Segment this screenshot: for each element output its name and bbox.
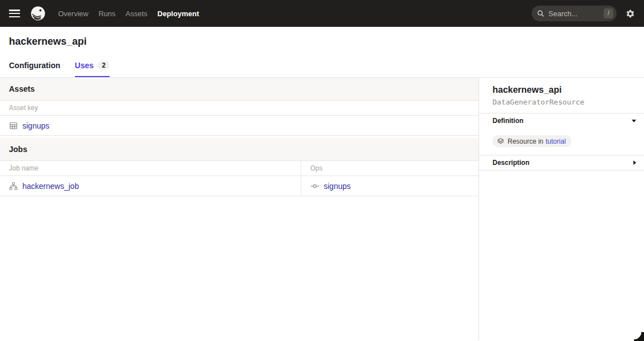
page-header: hackernews_api Configuration Uses 2 <box>0 27 644 78</box>
tag-text: Resource in <box>508 138 543 145</box>
column-header-ops: Ops <box>301 161 479 176</box>
search-icon <box>537 10 544 17</box>
table-icon <box>9 121 18 130</box>
tab-uses-label: Uses <box>75 61 93 70</box>
asset-link-signups[interactable]: signups <box>22 121 49 130</box>
search-shortcut-badge: / <box>604 8 613 18</box>
chevron-right-icon <box>633 160 636 165</box>
job-name-cell: hackernews_job <box>0 176 301 196</box>
resource-detail-panel: hackernews_api DataGeneratorResource Def… <box>479 78 644 340</box>
definition-label: Definition <box>493 117 523 125</box>
panel-divider <box>479 170 644 170</box>
tab-uses[interactable]: Uses 2 <box>75 61 110 77</box>
primary-nav: Overview Runs Assets Deployment <box>58 10 199 18</box>
op-icon <box>310 182 319 191</box>
gear-icon[interactable] <box>626 9 635 18</box>
layers-icon <box>497 138 504 145</box>
nav-item-assets[interactable]: Assets <box>126 10 148 18</box>
jobs-table-header: Job name Ops <box>0 161 479 176</box>
top-navigation-bar: Overview Runs Assets Deployment Search..… <box>0 0 644 27</box>
jobs-section-title: Jobs <box>9 145 27 154</box>
dagster-logo-icon[interactable] <box>30 6 46 21</box>
nav-item-runs[interactable]: Runs <box>98 10 115 18</box>
resource-type: DataGeneratorResource <box>493 98 631 106</box>
tab-configuration[interactable]: Configuration <box>9 61 60 77</box>
table-row: hackernews_job signups <box>0 176 479 196</box>
assets-table-header: Asset key <box>0 101 479 116</box>
definition-section-content: Resource in tutorial <box>479 128 644 155</box>
search-placeholder: Search... <box>548 10 600 18</box>
nav-item-overview[interactable]: Overview <box>58 10 88 18</box>
table-row: signups <box>0 116 479 136</box>
description-section-toggle[interactable]: Description <box>479 155 644 170</box>
definition-section-toggle[interactable]: Definition <box>479 113 644 128</box>
tab-uses-count-badge: 2 <box>98 61 110 70</box>
assets-section-header: Assets <box>0 78 479 101</box>
nav-item-deployment[interactable]: Deployment <box>158 10 199 18</box>
assets-section-title: Assets <box>9 84 35 93</box>
uses-list-pane: Assets Asset key signups <box>0 78 479 340</box>
column-header-job-name: Job name <box>0 161 301 176</box>
resource-title: hackernews_api <box>493 85 631 95</box>
jobs-section-header: Jobs <box>0 138 479 161</box>
asset-key-cell: signups <box>0 116 58 135</box>
chevron-down-icon <box>632 120 636 122</box>
tab-bar: Configuration Uses 2 <box>0 61 644 77</box>
description-label: Description <box>493 159 529 167</box>
job-link-hackernews-job[interactable]: hackernews_job <box>22 182 79 191</box>
tag-tutorial-link[interactable]: tutorial <box>546 138 566 145</box>
search-input[interactable]: Search... / <box>532 6 617 21</box>
hamburger-menu-icon[interactable] <box>9 10 20 17</box>
resource-tag[interactable]: Resource in tutorial <box>493 135 571 147</box>
column-header-asset-key: Asset key <box>0 101 47 115</box>
workflow-icon <box>9 182 18 191</box>
tab-configuration-label: Configuration <box>9 61 60 70</box>
panel-header: hackernews_api DataGeneratorResource <box>479 78 644 113</box>
page-title: hackernews_api <box>0 27 644 48</box>
op-link-signups[interactable]: signups <box>324 182 351 191</box>
ops-cell: signups <box>301 176 479 196</box>
